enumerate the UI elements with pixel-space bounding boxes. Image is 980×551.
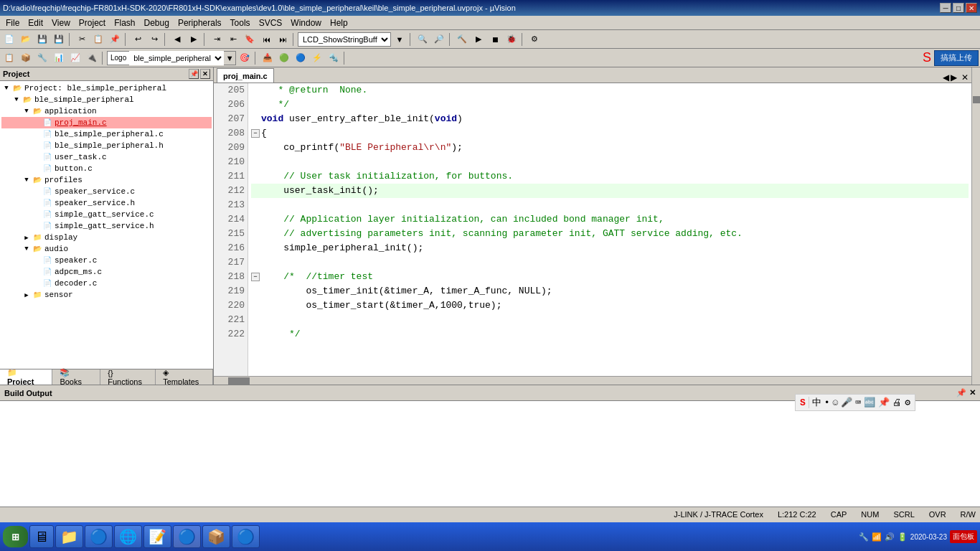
panel-close-button[interactable]: ✕: [200, 69, 210, 79]
inspect-button[interactable]: 🔎: [431, 32, 447, 47]
copy-button[interactable]: 📋: [90, 32, 106, 47]
menu-item-edit[interactable]: Edit: [24, 17, 47, 29]
expander-sensor[interactable]: ▶: [22, 290, 32, 300]
expander-audio[interactable]: ▼: [22, 244, 32, 254]
tree-item-root[interactable]: ▼📂Project: ble_simple_peripheral: [1, 83, 212, 94]
tb2-btn1[interactable]: 📋: [1, 50, 17, 66]
debug-button[interactable]: 🐞: [504, 32, 519, 47]
expander-ble_simple_peripheral.h[interactable]: [32, 141, 42, 151]
menu-item-view[interactable]: View: [47, 17, 75, 29]
tree-item-audio[interactable]: ▼📂audio: [1, 243, 212, 255]
taskbar-btn-8[interactable]: 🔵: [232, 525, 260, 548]
expander-ble_simple_peripheral.c[interactable]: [32, 129, 42, 139]
tree-item-profiles[interactable]: ▼📂profiles: [1, 174, 212, 186]
fold-icon-208[interactable]: −: [251, 129, 260, 138]
tb2-btn3[interactable]: 🔧: [34, 50, 50, 66]
expander-speaker_service.c[interactable]: [32, 187, 42, 197]
settings-button[interactable]: ⚙: [527, 32, 542, 47]
editor-tab-proj-main[interactable]: proj_main.c: [217, 68, 274, 83]
tree-item-ble_simple_peripheral.h[interactable]: 📄ble_simple_peripheral.h: [1, 140, 212, 151]
tree-item-decoder.c[interactable]: 📄decoder.c: [1, 278, 212, 289]
tab-templates[interactable]: ◈ Templates: [156, 369, 213, 385]
undo-button[interactable]: ↩: [130, 32, 146, 47]
taskbar-btn-6[interactable]: 🔵: [173, 525, 201, 548]
taskbar-btn-2[interactable]: 📁: [55, 525, 83, 548]
tb2-btn10[interactable]: 🔵: [293, 50, 308, 66]
taskbar-btn-1[interactable]: 🖥: [29, 525, 54, 548]
ime-icon7[interactable]: 📌: [878, 401, 890, 408]
prev-button[interactable]: ◀: [169, 32, 185, 47]
bookmark-button[interactable]: 🔖: [242, 32, 258, 47]
bookmark-prev-button[interactable]: ⏮: [258, 32, 274, 47]
new-file-button[interactable]: 📄: [1, 32, 17, 47]
expander-speaker_service.h[interactable]: [32, 198, 42, 208]
close-button[interactable]: ✕: [966, 3, 977, 13]
ime-icon2[interactable]: •: [824, 401, 830, 408]
taskbar-btn-3[interactable]: 🔵: [85, 525, 113, 548]
tab-scroll-left[interactable]: ◀: [943, 72, 949, 83]
open-file-button[interactable]: 📂: [18, 32, 34, 47]
expander-simple_gatt_service.h[interactable]: [32, 221, 42, 231]
tab-project[interactable]: 📁 Project: [0, 369, 52, 385]
expander-button.c[interactable]: [32, 164, 42, 174]
tree-item-display[interactable]: ▶📁display: [1, 232, 212, 243]
expander-adpcm_ms.c[interactable]: [32, 267, 42, 277]
maximize-button[interactable]: □: [953, 3, 964, 13]
fold-icon-218[interactable]: −: [251, 273, 260, 281]
tb2-btn7[interactable]: 🎯: [237, 50, 253, 66]
ime-icon6[interactable]: 🔤: [864, 401, 875, 408]
minimize-button[interactable]: ─: [940, 3, 951, 13]
expander-profiles[interactable]: ▼: [22, 175, 32, 185]
code-editor[interactable]: 2052062072082092102112122132142152162172…: [214, 83, 971, 376]
tab-scroll-right[interactable]: ▶: [951, 72, 957, 83]
tree-item-ble_simple_peripheral[interactable]: ▼📂ble_simple_peripheral: [1, 94, 212, 105]
menu-item-help[interactable]: Help: [326, 17, 352, 29]
ime-icon9[interactable]: ⚙: [905, 401, 910, 408]
tree-item-adpcm_ms.c[interactable]: 📄adpcm_ms.c: [1, 266, 212, 278]
tree-item-speaker_service.h[interactable]: 📄speaker_service.h: [1, 197, 212, 209]
expander-decoder.c[interactable]: [32, 278, 42, 288]
target-dropdown[interactable]: ble_simple_peripheral: [129, 51, 224, 65]
menu-item-tools[interactable]: Tools: [226, 17, 255, 29]
expander-simple_gatt_service.c[interactable]: [32, 209, 42, 220]
ime-icon8[interactable]: 🖨: [892, 401, 902, 408]
tree-item-proj_main.c[interactable]: 📄proj_main.c: [1, 117, 212, 128]
tree-item-ble_simple_peripheral.c[interactable]: 📄ble_simple_peripheral.c: [1, 128, 212, 140]
tab-close[interactable]: ✕: [961, 72, 969, 83]
tb2-btn12[interactable]: 🔩: [326, 50, 341, 66]
tb2-btn9[interactable]: 🟢: [276, 50, 292, 66]
expander-display[interactable]: ▶: [22, 232, 32, 242]
tray-icon2[interactable]: 📶: [872, 532, 882, 542]
dropdown-arrow[interactable]: ▼: [392, 32, 407, 47]
save-all-button[interactable]: 💾: [51, 32, 67, 47]
tree-item-simple_gatt_service.c[interactable]: 📄simple_gatt_service.c: [1, 209, 212, 220]
menu-item-peripherals[interactable]: Peripherals: [174, 17, 226, 29]
expander-proj_main.c[interactable]: [32, 118, 42, 128]
tb2-btn11[interactable]: ⚡: [309, 50, 325, 66]
upload-button[interactable]: 搞搞上传: [934, 50, 979, 66]
stop-button[interactable]: ⏹: [487, 32, 503, 47]
expander-user_task.c[interactable]: [32, 152, 42, 162]
taskbar-btn-7[interactable]: 📦: [202, 525, 230, 548]
tree-item-simple_gatt_service.h[interactable]: 📄simple_gatt_service.h: [1, 220, 212, 232]
tree-item-user_task.c[interactable]: 📄user_task.c: [1, 151, 212, 163]
expander-application[interactable]: ▼: [22, 106, 32, 116]
start-button[interactable]: ⊞: [3, 526, 28, 547]
bookmark-next-button[interactable]: ⏭: [275, 32, 291, 47]
outdent-button[interactable]: ⇤: [225, 32, 241, 47]
ime-icon5[interactable]: ⌨: [855, 401, 861, 408]
build-output-close[interactable]: ✕: [969, 388, 976, 397]
tree-item-sensor[interactable]: ▶📁sensor: [1, 289, 212, 301]
find-button[interactable]: 🔍: [415, 32, 430, 47]
menu-item-project[interactable]: Project: [75, 17, 110, 29]
taskbar-btn-5[interactable]: 📝: [143, 525, 171, 548]
tb2-btn5[interactable]: 📈: [67, 50, 83, 66]
symbol-dropdown[interactable]: LCD_ShowStringBuff: [298, 32, 391, 47]
tray-icon3[interactable]: 🔊: [885, 532, 895, 542]
build-output-pin[interactable]: 📌: [956, 388, 966, 397]
menu-item-file[interactable]: File: [1, 17, 24, 29]
redo-button[interactable]: ↪: [146, 32, 162, 47]
expander-speaker.c[interactable]: [32, 255, 42, 265]
ime-icon3[interactable]: ☺: [833, 401, 839, 408]
ime-icon1[interactable]: 中: [812, 401, 821, 409]
